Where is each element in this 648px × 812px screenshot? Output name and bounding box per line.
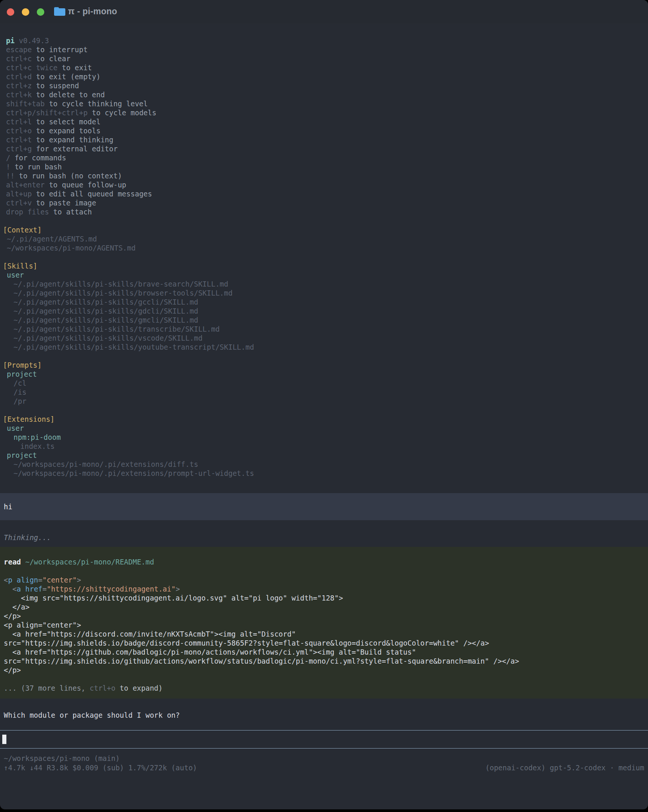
- hint-desc: to clear: [36, 55, 70, 63]
- hint-line: alt+enter to queue follow-up: [6, 180, 648, 189]
- hint-desc: to select model: [36, 118, 101, 126]
- tool-call-block: read ~/workspaces/pi-mono/README.md <p a…: [0, 547, 648, 699]
- tool-name: read: [4, 558, 21, 566]
- hint-key: escape: [6, 46, 32, 54]
- traffic-light-close-button[interactable]: [7, 8, 14, 16]
- hint-line: ctrl+d to exit (empty): [6, 72, 648, 81]
- code-token: align: [17, 576, 38, 584]
- hint-key: /: [6, 154, 10, 162]
- tree-line: npm:pi-doom: [3, 433, 648, 442]
- section-header: [Extensions]: [3, 415, 648, 424]
- hint-desc: to exit: [62, 64, 92, 72]
- tool-argument: ~/workspaces/pi-mono/README.md: [25, 558, 154, 566]
- tree-line: project: [3, 369, 648, 379]
- code-token: src="https://img.shields.io/badge/discor…: [4, 639, 489, 647]
- code-line: src="https://img.shields.io/badge/discor…: [4, 638, 644, 647]
- hint-key: !: [6, 163, 10, 171]
- startup-hints: pi v0.49.3 escape to interruptctrl+c to …: [0, 36, 648, 216]
- code-token: =: [43, 585, 47, 593]
- app-name: pi: [6, 37, 15, 45]
- hint-desc: to suspend: [36, 81, 79, 90]
- tree-line: user: [3, 270, 648, 279]
- tree-line: index.ts: [3, 442, 648, 451]
- tree-line: /cl: [3, 379, 648, 388]
- code-token: ctrl+o: [90, 684, 116, 692]
- hint-key: ctrl+t: [6, 136, 32, 144]
- code-token: [4, 585, 12, 593]
- version-line: pi v0.49.3: [6, 36, 648, 45]
- code-line: <a href="https://discord.com/invite/nKXT…: [4, 629, 644, 638]
- tree-line: /pr: [3, 397, 648, 406]
- code-token: a: [17, 585, 21, 593]
- text-cursor: [2, 735, 6, 744]
- hints-list: escape to interruptctrl+c to clearctrl+c…: [6, 45, 648, 216]
- tool-call-header: read ~/workspaces/pi-mono/README.md: [4, 557, 644, 566]
- code-line: ... (37 more lines, ctrl+o to expand): [4, 684, 644, 693]
- hint-line: ctrl+k to delete to end: [6, 90, 648, 99]
- code-token: <a href="https://github.com/badlogic/pi-…: [4, 648, 416, 656]
- tree-line: ~/.pi/agent/skills/pi-skills/vscode/SKIL…: [3, 334, 648, 342]
- code-token: [12, 576, 17, 584]
- hint-desc: to exit (empty): [36, 72, 101, 81]
- hint-line: escape to interrupt: [6, 45, 648, 54]
- hint-key: ctrl+c: [6, 55, 32, 63]
- hint-key: alt+enter: [6, 181, 45, 189]
- hint-line: drop files to attach: [6, 207, 648, 216]
- code-token: to expand): [115, 684, 163, 692]
- code-token: >: [77, 576, 81, 584]
- assistant-message: Which module or package should I work on…: [0, 711, 648, 720]
- hint-desc: to edit all queued messages: [36, 190, 152, 198]
- prompt-input[interactable]: [0, 731, 648, 748]
- section-header: [Prompts]: [3, 360, 648, 369]
- tree-line: ~/.pi/agent/skills/pi-skills/gccli/SKILL…: [3, 298, 648, 307]
- code-line: src="https://img.shields.io/github/actio…: [4, 656, 644, 665]
- user-message: hi: [0, 493, 648, 520]
- code-token: </p>: [4, 612, 21, 620]
- window-title: π - pi-mono: [68, 6, 117, 17]
- section-header: [Skills]: [3, 261, 648, 270]
- hint-line: / for commands: [6, 153, 648, 162]
- hint-desc: to attach: [53, 208, 92, 216]
- code-token: href: [25, 585, 43, 593]
- model-indicator: (openai-codex) gpt-5.2-codex · medium: [485, 763, 644, 772]
- hint-line: ctrl+l to select model: [6, 117, 648, 126]
- hint-line: ctrl+g for external editor: [6, 144, 648, 153]
- traffic-light-zoom-button[interactable]: [37, 8, 44, 16]
- code-token: </a>: [4, 603, 30, 611]
- code-line: <p align="center">: [4, 620, 644, 629]
- tree-line: ~/workspaces/pi-mono/.pi/extensions/diff…: [3, 460, 648, 469]
- hint-key: ctrl+o: [6, 127, 32, 135]
- hint-desc: to run bash (no context): [19, 172, 122, 180]
- tree-line: ~/workspaces/pi-mono/.pi/extensions/prom…: [3, 469, 648, 478]
- hint-line: ctrl+c to clear: [6, 54, 648, 63]
- hint-desc: to delete to end: [36, 90, 105, 99]
- hint-desc: to paste image: [36, 199, 96, 207]
- terminal-window: π - pi-mono pi v0.49.3 escape to interru…: [0, 0, 648, 809]
- code-token: <: [12, 585, 17, 593]
- code-line: </p>: [4, 665, 644, 675]
- hint-line: ctrl+v to paste image: [6, 198, 648, 207]
- hint-line: ! to run bash: [6, 162, 648, 171]
- tree-line: project: [3, 451, 648, 460]
- code-token: <img src="https://shittycodingagent.ai/l…: [4, 594, 343, 602]
- tree-line: ~/workspaces/pi-mono/AGENTS.md: [3, 243, 648, 252]
- code-token: =: [38, 576, 43, 584]
- tree-line: ~/.pi/agent/skills/pi-skills/browser-too…: [3, 288, 648, 298]
- code-token: src="https://img.shields.io/github/actio…: [4, 657, 519, 665]
- hint-key: !!: [6, 172, 15, 180]
- titlebar: π - pi-mono: [0, 0, 648, 23]
- hint-line: shift+tab to cycle thinking level: [6, 99, 648, 108]
- code-token: >: [176, 585, 180, 593]
- code-line: <a href="https://github.com/badlogic/pi-…: [4, 647, 644, 656]
- hint-key: ctrl+g: [6, 145, 32, 153]
- tree-line: /is: [3, 388, 648, 397]
- code-token: p: [8, 576, 12, 584]
- traffic-light-minimize-button[interactable]: [22, 8, 29, 16]
- statusbar: ~/workspaces/pi-mono (main) ↑4.7k ↓44 R3…: [0, 748, 648, 772]
- code-line: <img src="https://shittycodingagent.ai/l…: [4, 594, 644, 603]
- code-token: <p align="center">: [4, 621, 81, 629]
- hint-key: ctrl+d: [6, 72, 32, 81]
- code-line: </p>: [4, 611, 644, 620]
- hint-line: ctrl+z to suspend: [6, 81, 648, 90]
- hint-desc: to queue follow-up: [49, 181, 126, 189]
